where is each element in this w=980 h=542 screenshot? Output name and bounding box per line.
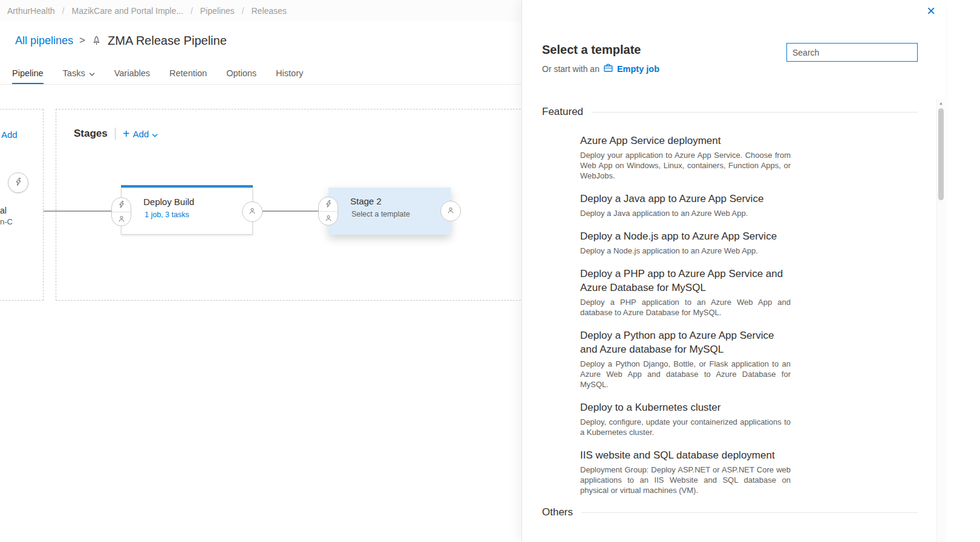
template-name: Deploy a PHP app to Azure App Service an… bbox=[580, 267, 793, 295]
breadcrumb-item-pipelines[interactable]: Pipelines bbox=[200, 6, 235, 16]
template-description: Deploy your application to Azure App Ser… bbox=[580, 150, 791, 181]
template-name: Deploy a Python app to Azure App Service… bbox=[580, 328, 793, 356]
stage-jobs-link[interactable]: 1 job, 3 tasks bbox=[145, 211, 252, 219]
artifact-trigger-badge[interactable] bbox=[8, 172, 28, 193]
connector-line bbox=[263, 211, 319, 212]
tab-label: Options bbox=[226, 68, 256, 78]
template-description: Deploy a Node.js application to an Azure… bbox=[580, 246, 791, 256]
post-deployment-conditions-button[interactable] bbox=[242, 201, 263, 222]
section-label: Featured bbox=[542, 106, 583, 118]
divider bbox=[581, 512, 918, 513]
breadcrumb-item-organization[interactable]: ArthurHealth bbox=[7, 6, 55, 16]
template-item[interactable]: IIS website and SQL database deployment … bbox=[580, 448, 918, 495]
person-icon bbox=[112, 212, 131, 226]
template-item[interactable]: Deploy a PHP app to Azure App Service an… bbox=[580, 267, 918, 318]
stage-card-stage-2[interactable]: Stage 2 Select a template bbox=[328, 188, 451, 235]
template-description: Deploy a Python Django, Bottle, or Flask… bbox=[580, 359, 791, 390]
template-description: Deployment Group: Deploy ASP.NET or ASP.… bbox=[580, 465, 791, 495]
lightning-icon bbox=[319, 197, 338, 211]
stage-title: Deploy Build bbox=[143, 197, 252, 207]
all-pipelines-link[interactable]: All pipelines bbox=[15, 34, 73, 47]
template-name: Deploy to a Kubernetes cluster bbox=[580, 400, 793, 414]
template-name: Deploy a Java app to Azure App Service bbox=[580, 192, 793, 206]
tab-pipeline[interactable]: Pipeline bbox=[12, 63, 44, 84]
breadcrumb-item-project[interactable]: MazikCare and Portal Imple... bbox=[71, 6, 183, 16]
connector-line bbox=[44, 211, 112, 212]
others-section-header: Others bbox=[542, 506, 918, 518]
pre-deployment-conditions-button[interactable] bbox=[111, 197, 131, 226]
tab-variables[interactable]: Variables bbox=[114, 63, 150, 84]
template-description: Deploy a PHP application to an Azure Web… bbox=[580, 297, 791, 318]
section-label: Others bbox=[542, 506, 573, 518]
post-deployment-conditions-button[interactable] bbox=[440, 201, 461, 221]
stage-accent-bar bbox=[121, 185, 253, 188]
empty-job-link[interactable]: Empty job bbox=[617, 64, 659, 74]
scrollbar-thumb[interactable] bbox=[938, 108, 944, 200]
lightning-icon bbox=[15, 177, 22, 188]
stage-card-deploy-build[interactable]: Deploy Build 1 job, 3 tasks bbox=[121, 188, 253, 235]
template-item[interactable]: Deploy a Node.js app to Azure App Servic… bbox=[580, 229, 918, 256]
artifact-alias-text: al bbox=[0, 206, 7, 215]
divider bbox=[592, 112, 918, 113]
stage-subtitle: Select a template bbox=[351, 210, 451, 218]
tab-tasks[interactable]: Tasks bbox=[63, 63, 95, 84]
template-name: Azure App Service deployment bbox=[580, 134, 793, 148]
template-name: IIS website and SQL database deployment bbox=[580, 448, 793, 462]
pre-deployment-conditions-button[interactable] bbox=[318, 197, 338, 226]
add-artifact-button[interactable]: Add bbox=[1, 129, 18, 140]
template-item[interactable]: Deploy a Java app to Azure App Service D… bbox=[580, 192, 918, 218]
panel-scrollbar[interactable]: ▲ bbox=[936, 99, 945, 542]
tab-options[interactable]: Options bbox=[226, 63, 256, 84]
chevron-down-icon bbox=[89, 68, 95, 78]
breadcrumb-separator: / bbox=[242, 6, 244, 16]
scroll-up-arrow-icon[interactable]: ▲ bbox=[937, 99, 945, 107]
breadcrumb-chevron: > bbox=[79, 34, 85, 47]
divider bbox=[115, 128, 116, 140]
chevron-down-icon bbox=[152, 129, 158, 139]
panel-title: Select a template bbox=[542, 43, 641, 57]
pipeline-tabs: Pipeline Tasks Variables Retention Optio… bbox=[0, 63, 521, 85]
start-with-text: Or start with an bbox=[542, 64, 599, 74]
person-icon bbox=[249, 206, 256, 217]
template-description: Deploy a Java application to an Azure We… bbox=[580, 208, 791, 218]
empty-job-row: Or start with an Empty job bbox=[542, 64, 659, 74]
tab-history[interactable]: History bbox=[276, 63, 303, 84]
template-description: Deploy, configure, update your container… bbox=[580, 417, 791, 437]
template-item[interactable]: Azure App Service deployment Deploy your… bbox=[580, 134, 918, 181]
template-list: Featured Azure App Service deployment De… bbox=[542, 99, 918, 518]
stage-title: Stage 2 bbox=[350, 196, 451, 206]
stages-header: Stages + Add bbox=[74, 128, 158, 140]
template-search-input[interactable] bbox=[786, 43, 918, 62]
tab-label: Variables bbox=[114, 68, 150, 78]
breadcrumb-separator: / bbox=[191, 6, 193, 16]
tab-retention[interactable]: Retention bbox=[169, 63, 207, 84]
tab-label: History bbox=[276, 68, 303, 78]
select-template-panel: × Select a template Or start with an Emp… bbox=[521, 0, 945, 542]
artifact-branch-text: n-C bbox=[0, 217, 13, 226]
empty-job-icon bbox=[604, 64, 613, 74]
close-icon[interactable]: × bbox=[924, 1, 938, 21]
stages-label: Stages bbox=[74, 128, 108, 140]
lightning-icon bbox=[112, 198, 131, 212]
tab-label: Retention bbox=[169, 68, 207, 78]
featured-section-header: Featured bbox=[542, 106, 918, 118]
breadcrumb-separator: / bbox=[62, 6, 65, 16]
template-name: Deploy a Node.js app to Azure App Servic… bbox=[580, 229, 793, 243]
template-item[interactable]: Deploy to a Kubernetes cluster Deploy, c… bbox=[580, 400, 918, 437]
release-pipeline-icon bbox=[91, 36, 102, 46]
page-title: ZMA Release Pipeline bbox=[108, 34, 227, 48]
person-icon bbox=[447, 206, 454, 217]
pipeline-header: All pipelines > ZMA Release Pipeline bbox=[15, 31, 227, 50]
breadcrumb-item-releases[interactable]: Releases bbox=[252, 6, 287, 16]
tab-label: Tasks bbox=[63, 68, 85, 78]
add-stage-label: Add bbox=[132, 129, 149, 139]
plus-icon: + bbox=[123, 128, 130, 140]
person-icon bbox=[319, 212, 338, 226]
template-item[interactable]: Deploy a Python app to Azure App Service… bbox=[580, 328, 918, 390]
tab-label: Pipeline bbox=[12, 68, 44, 78]
breadcrumb: ArthurHealth / MazikCare and Portal Impl… bbox=[0, 0, 521, 22]
add-stage-button[interactable]: + Add bbox=[123, 128, 158, 140]
